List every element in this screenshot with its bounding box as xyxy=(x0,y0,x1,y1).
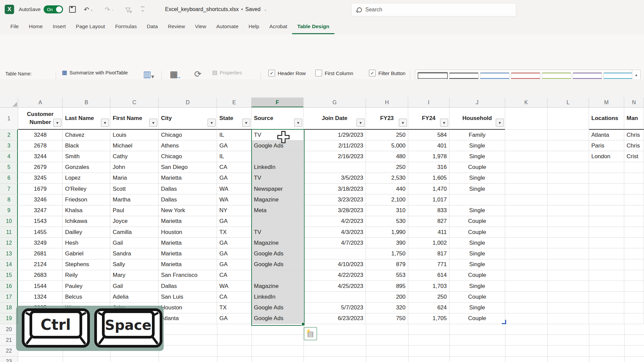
row-header[interactable]: 9 xyxy=(0,205,18,216)
cell[interactable]: Family xyxy=(449,130,505,140)
cell[interactable]: TX xyxy=(217,227,252,238)
cell[interactable]: 771 xyxy=(408,259,449,270)
row-header[interactable]: 6 xyxy=(0,173,18,184)
cell[interactable]: 750 xyxy=(366,313,408,324)
filter-button[interactable]: ▾ xyxy=(101,119,109,127)
cell[interactable]: 6/23/2023 xyxy=(304,313,366,324)
cell[interactable]: 3/28/2023 xyxy=(304,205,366,216)
cell[interactable]: Hesh xyxy=(63,238,110,248)
cell[interactable] xyxy=(505,259,547,270)
cell[interactable] xyxy=(589,303,624,313)
cell[interactable]: Single xyxy=(449,140,505,151)
col-letter-F-selected[interactable]: F xyxy=(252,98,304,108)
cell[interactable]: 1/29/2023 xyxy=(304,130,366,140)
row-header[interactable]: 13 xyxy=(0,248,18,259)
cell[interactable] xyxy=(505,184,547,194)
cell[interactable]: Dallas xyxy=(159,281,217,292)
cell[interactable]: Chris xyxy=(624,140,644,151)
tab-page-layout[interactable]: Page Layout xyxy=(71,19,110,34)
row-header[interactable]: 5 xyxy=(0,162,18,173)
cell[interactable] xyxy=(589,227,624,238)
cell[interactable]: Lopez xyxy=(63,173,110,184)
cell[interactable]: 2,530 xyxy=(366,173,408,184)
cell[interactable]: 833 xyxy=(408,205,449,216)
cell[interactable]: 310 xyxy=(366,205,408,216)
cell[interactable]: 3/23/2023 xyxy=(304,194,366,205)
cell[interactable] xyxy=(547,292,589,302)
cell[interactable] xyxy=(547,184,589,194)
cell[interactable]: Stephens xyxy=(63,259,110,270)
cell[interactable]: 4/10/2023 xyxy=(304,259,366,270)
cell[interactable] xyxy=(547,216,589,227)
summarize-with-pivottable-button[interactable]: ▦ Summarize with PivotTable xyxy=(62,70,128,75)
filter-button[interactable]: ▾ xyxy=(149,119,157,127)
redo-button[interactable]: ↷⌄ xyxy=(105,0,114,19)
cell[interactable]: Google Ads xyxy=(252,259,304,270)
cell[interactable] xyxy=(547,281,589,292)
cell[interactable]: Marietta xyxy=(159,238,217,248)
cell[interactable]: 1,017 xyxy=(408,194,449,205)
cell[interactable] xyxy=(589,162,624,173)
cell[interactable] xyxy=(624,194,644,205)
cell[interactable] xyxy=(547,205,589,216)
cell[interactable]: Michael xyxy=(110,140,159,151)
cell[interactable]: Newspaper xyxy=(252,184,304,194)
column-header-last-name[interactable]: Last Name ▾ xyxy=(63,108,110,130)
table-resize-handle[interactable] xyxy=(502,320,506,324)
cell[interactable]: 827 xyxy=(408,216,449,227)
cell[interactable]: 3245 xyxy=(18,173,63,184)
cell[interactable] xyxy=(449,194,505,205)
cell[interactable]: LinkedIn xyxy=(252,162,304,173)
cell[interactable] xyxy=(624,248,644,259)
cell[interactable] xyxy=(252,270,304,281)
cell[interactable]: 4/2/2023 xyxy=(304,216,366,227)
cell[interactable]: Athens xyxy=(159,140,217,151)
row-header[interactable]: 10 xyxy=(0,216,18,227)
row-header[interactable]: 15 xyxy=(0,270,18,281)
row-header[interactable]: 4 xyxy=(0,151,18,162)
column-header-fy24[interactable]: FY24 ▾ xyxy=(408,108,449,130)
cell[interactable]: Gail xyxy=(110,238,159,248)
cell[interactable]: Google Ads xyxy=(252,313,304,324)
cell[interactable]: 200 xyxy=(366,292,408,302)
cell[interactable] xyxy=(589,313,624,324)
row-header[interactable]: 23 xyxy=(0,357,18,362)
cell[interactable]: 1,990 xyxy=(366,227,408,238)
cell[interactable] xyxy=(547,194,589,205)
cell[interactable]: 4/25/2023 xyxy=(304,281,366,292)
row-header[interactable]: 20 xyxy=(0,324,18,335)
cell[interactable]: 2/16/2023 xyxy=(304,151,366,162)
cell[interactable]: GA xyxy=(217,248,252,259)
checkbox-first-column[interactable]: First Column xyxy=(315,70,353,76)
cell[interactable]: 1543 xyxy=(18,216,63,227)
row-header[interactable]: 14 xyxy=(0,259,18,270)
cell[interactable] xyxy=(589,173,624,184)
cell[interactable] xyxy=(624,238,644,248)
cell[interactable] xyxy=(304,292,366,302)
cell[interactable]: GA xyxy=(217,313,252,324)
cell[interactable] xyxy=(505,151,547,162)
col-letter-M[interactable]: M xyxy=(589,98,624,108)
cell[interactable]: 440 xyxy=(366,184,408,194)
quick-access-overflow-button[interactable]: ⌄ xyxy=(141,0,145,19)
cell[interactable]: San Francisco xyxy=(159,270,217,281)
cell[interactable]: Chicago xyxy=(159,130,217,140)
cell[interactable] xyxy=(505,313,547,324)
cell[interactable]: 2681 xyxy=(18,248,63,259)
cell[interactable]: Maria xyxy=(110,173,159,184)
cell[interactable]: Crist xyxy=(624,151,644,162)
column-header-household[interactable]: Household ▾ xyxy=(449,108,505,130)
cell[interactable]: Dallas xyxy=(159,194,217,205)
cell[interactable]: Louis xyxy=(110,130,159,140)
cell[interactable] xyxy=(589,194,624,205)
cell[interactable]: 316 xyxy=(408,162,449,173)
cell[interactable]: Meta xyxy=(252,205,304,216)
cell[interactable]: 320 xyxy=(366,303,408,313)
cell[interactable]: 4/3/2023 xyxy=(304,227,366,238)
cell[interactable] xyxy=(589,238,624,248)
cell[interactable]: 1,002 xyxy=(408,238,449,248)
row-header-1[interactable]: 1 xyxy=(0,108,18,130)
row-header[interactable]: 3 xyxy=(0,140,18,151)
cell[interactable] xyxy=(547,259,589,270)
cell[interactable]: Atlanta xyxy=(159,313,217,324)
